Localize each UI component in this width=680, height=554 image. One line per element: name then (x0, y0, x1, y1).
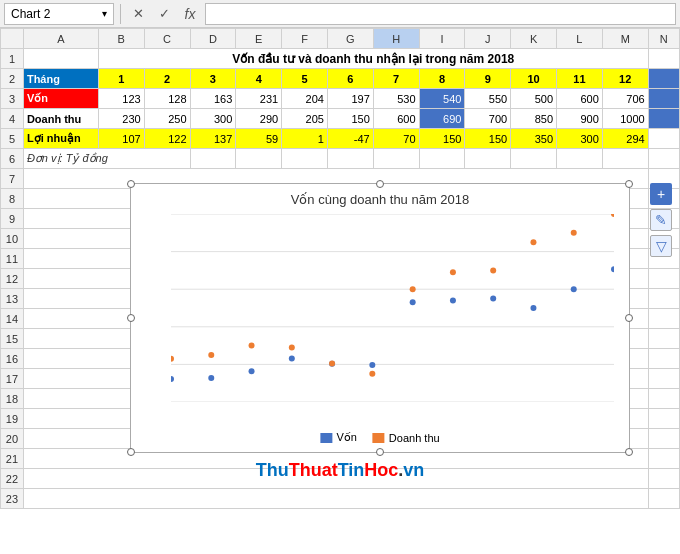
cell-A3[interactable]: Vốn (23, 89, 98, 109)
col-header-K[interactable]: K (511, 29, 557, 49)
add-element-button[interactable]: + (650, 183, 672, 205)
cell-J6[interactable] (465, 149, 511, 169)
cell-F6[interactable] (282, 149, 328, 169)
col-header-G[interactable]: G (327, 29, 373, 49)
cell-N22[interactable] (648, 469, 679, 489)
cell-K3[interactable]: 500 (511, 89, 557, 109)
cell-M5[interactable]: 294 (602, 129, 648, 149)
cell-L6[interactable] (557, 149, 603, 169)
name-box[interactable]: Chart 2 ▾ (4, 3, 114, 25)
cell-E4[interactable]: 290 (236, 109, 282, 129)
col-header-M[interactable]: M (602, 29, 648, 49)
col-header-C[interactable]: C (144, 29, 190, 49)
cell-M4[interactable]: 1000 (602, 109, 648, 129)
col-header-H[interactable]: H (373, 29, 419, 49)
cell-N23[interactable] (648, 489, 679, 509)
cell-J5[interactable]: 150 (465, 129, 511, 149)
chart-styles-button[interactable]: ✎ (650, 209, 672, 231)
cell-H2[interactable]: 7 (373, 69, 419, 89)
cell-B5[interactable]: 107 (98, 129, 144, 149)
cell-K4[interactable]: 850 (511, 109, 557, 129)
cell-I3[interactable]: 540 (419, 89, 465, 109)
cell-K2[interactable]: 10 (511, 69, 557, 89)
cell-I4[interactable]: 690 (419, 109, 465, 129)
cell-F3[interactable]: 204 (282, 89, 328, 109)
cell-N17[interactable] (648, 369, 679, 389)
col-header-N[interactable]: N (648, 29, 679, 49)
cell-J3[interactable]: 550 (465, 89, 511, 109)
cell-D2[interactable]: 3 (190, 69, 236, 89)
col-header-D[interactable]: D (190, 29, 236, 49)
cell-G3[interactable]: 197 (327, 89, 373, 109)
cell-F2[interactable]: 5 (282, 69, 328, 89)
cell-B2[interactable]: 1 (98, 69, 144, 89)
cell-N21[interactable] (648, 449, 679, 469)
col-header-J[interactable]: J (465, 29, 511, 49)
cell-L5[interactable]: 300 (557, 129, 603, 149)
cell-N6[interactable] (648, 149, 679, 169)
cell-N1[interactable] (648, 49, 679, 69)
cell-C4[interactable]: 250 (144, 109, 190, 129)
cell-F4[interactable]: 205 (282, 109, 328, 129)
cell-D5[interactable]: 137 (190, 129, 236, 149)
cell-H4[interactable]: 600 (373, 109, 419, 129)
cell-N13[interactable] (648, 289, 679, 309)
cell-K6[interactable] (511, 149, 557, 169)
cell-L2[interactable]: 11 (557, 69, 603, 89)
cell-K5[interactable]: 350 (511, 129, 557, 149)
cell-J2[interactable]: 9 (465, 69, 511, 89)
cell-H6[interactable] (373, 149, 419, 169)
cell-E5[interactable]: 59 (236, 129, 282, 149)
cell-I6[interactable] (419, 149, 465, 169)
cell-M3[interactable]: 706 (602, 89, 648, 109)
chart-filters-button[interactable]: ▽ (650, 235, 672, 257)
cell-G4[interactable]: 150 (327, 109, 373, 129)
cell-J4[interactable]: 700 (465, 109, 511, 129)
name-box-arrow[interactable]: ▾ (102, 8, 107, 19)
cell-H5[interactable]: 70 (373, 129, 419, 149)
cell-A4[interactable]: Doanh thu (23, 109, 98, 129)
chart-container[interactable]: Vốn cùng doanh thu năm 2018 1000 800 600… (130, 183, 630, 453)
cell-L4[interactable]: 900 (557, 109, 603, 129)
col-header-E[interactable]: E (236, 29, 282, 49)
cell-D4[interactable]: 300 (190, 109, 236, 129)
cell-C3[interactable]: 128 (144, 89, 190, 109)
cell-I2[interactable]: 8 (419, 69, 465, 89)
cell-A2[interactable]: Tháng (23, 69, 98, 89)
cell-N2[interactable] (648, 69, 679, 89)
cell-B3[interactable]: 123 (98, 89, 144, 109)
cell-N16[interactable] (648, 349, 679, 369)
cell-N18[interactable] (648, 389, 679, 409)
cell-B4[interactable]: 230 (98, 109, 144, 129)
cell-C5[interactable]: 122 (144, 129, 190, 149)
col-header-B[interactable]: B (98, 29, 144, 49)
cell-N12[interactable] (648, 269, 679, 289)
cell-N5[interactable] (648, 129, 679, 149)
cell-C2[interactable]: 2 (144, 69, 190, 89)
col-header-A[interactable]: A (23, 29, 98, 49)
cell-N4[interactable] (648, 109, 679, 129)
cell-N3[interactable] (648, 89, 679, 109)
confirm-button[interactable]: ✓ (153, 3, 175, 25)
col-header-F[interactable]: F (282, 29, 328, 49)
cell-M2[interactable]: 12 (602, 69, 648, 89)
cell-E3[interactable]: 231 (236, 89, 282, 109)
cell-G2[interactable]: 6 (327, 69, 373, 89)
cell-H3[interactable]: 530 (373, 89, 419, 109)
cell-E6[interactable] (236, 149, 282, 169)
col-header-I[interactable]: I (419, 29, 465, 49)
cancel-button[interactable]: ✕ (127, 3, 149, 25)
cell-A1[interactable] (23, 49, 98, 69)
cell-title[interactable]: Vốn đầu tư và doanh thu nhận lại trong n… (98, 49, 648, 69)
formula-input[interactable] (205, 3, 676, 25)
cell-A5[interactable]: Lợi nhuận (23, 129, 98, 149)
cell-N19[interactable] (648, 409, 679, 429)
col-header-L[interactable]: L (557, 29, 603, 49)
cell-N15[interactable] (648, 329, 679, 349)
cell-D6[interactable] (190, 149, 236, 169)
cell-L3[interactable]: 600 (557, 89, 603, 109)
cell-M6[interactable] (602, 149, 648, 169)
cell-N20[interactable] (648, 429, 679, 449)
cell-N14[interactable] (648, 309, 679, 329)
cell-G5[interactable]: -47 (327, 129, 373, 149)
